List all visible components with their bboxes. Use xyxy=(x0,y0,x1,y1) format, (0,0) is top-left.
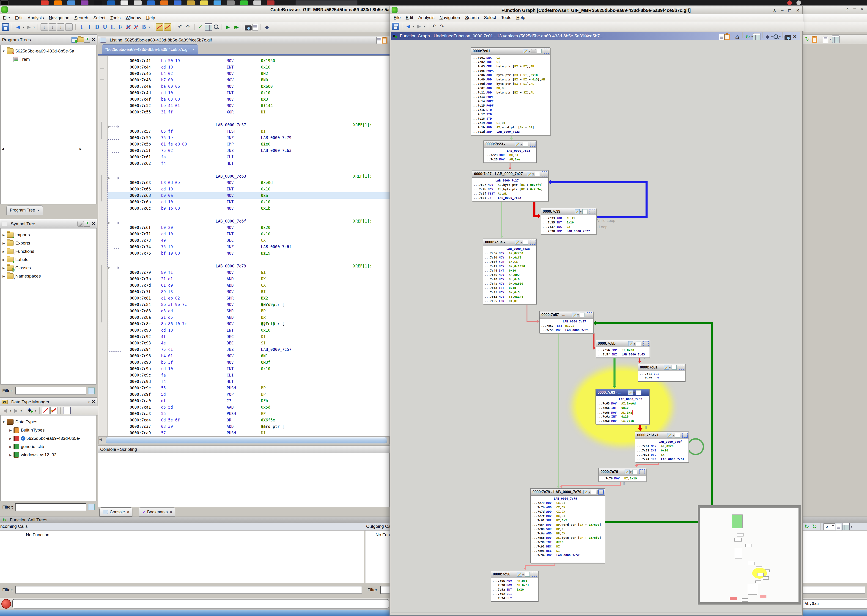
splitter-collapse-left-icon[interactable]: ◀ xyxy=(2,147,4,151)
graph-node-7c63[interactable]: 0000:7c63 - ...▾LAB_0000_7c637c63MOVAX,0… xyxy=(595,389,650,424)
sidebar-item-exports[interactable]: ▶Exports xyxy=(1,239,96,247)
tab-program-tree[interactable]: Program Tree × xyxy=(6,205,43,215)
filter-options-icon[interactable] xyxy=(88,388,95,394)
dropdown-icon[interactable]: ▾ xyxy=(424,25,425,28)
dropdown-icon[interactable]: ▾ xyxy=(23,25,24,29)
listing-instruction-row[interactable]: 0000:7ca40d 5e 6fORAX,0x6f5e xyxy=(107,417,390,423)
node-instruction[interactable]: 7c25MOVAH,0xe xyxy=(485,157,536,162)
scrollbar-thumb[interactable] xyxy=(106,437,387,443)
splitter[interactable] xyxy=(1,149,83,149)
goto-icon[interactable]: ↓ xyxy=(78,24,85,30)
listing-instruction-row[interactable]: 0000:7c934eDECSI xyxy=(107,340,390,346)
full-view-icon[interactable] xyxy=(589,209,595,214)
node-instruction[interactable]: 7c71INT0x10 xyxy=(637,448,688,453)
node-instruction[interactable]: 7c19ANDSI,DI xyxy=(472,121,550,125)
taskbar-app-icon[interactable] xyxy=(267,0,275,5)
listing-label-row[interactable]: LAB_0000_7c79XREF[1]: xyxy=(107,263,390,269)
splitter-collapse-right-icon[interactable]: ▶ xyxy=(80,147,82,151)
desktop-taskbar[interactable] xyxy=(0,0,867,5)
node-instruction[interactable]: 7c2bMOVCL,byte ptr [BX + 0x7c9e] xyxy=(474,187,548,191)
disabled-markup-icon[interactable] xyxy=(156,24,163,31)
graph-node-7c23[interactable]: 0000:7c23 - ...▾LAB_0000_7c237c23XORBX,B… xyxy=(484,140,537,163)
edit-label-icon[interactable] xyxy=(515,240,520,245)
maximize-button[interactable]: ◻ xyxy=(788,8,792,13)
menu-file[interactable]: File xyxy=(394,15,401,20)
listing-instruction-row[interactable]: 0000:7ca957PUSHDI xyxy=(107,430,390,436)
paste-icon[interactable] xyxy=(812,36,817,43)
table-icon[interactable] xyxy=(753,33,760,41)
snapshot-icon[interactable] xyxy=(245,25,251,30)
node-instruction[interactable]: 7c59JNZLAB_0000_7c79 xyxy=(541,328,593,332)
node-instruction[interactable]: 7c98MOVCH,0x3f xyxy=(492,583,538,587)
node-instruction[interactable]: 7c7fMOVBX,SI xyxy=(532,514,605,518)
layout-icon[interactable]: ◆ xyxy=(264,24,270,30)
incoming-filter-input[interactable] xyxy=(15,586,362,594)
expand-arrow-icon[interactable]: ▶ xyxy=(1,233,7,237)
taskbar-app-icon[interactable] xyxy=(54,0,62,5)
listing-label-row[interactable]: LAB_0000_7c6fXREF[1]: xyxy=(107,218,390,224)
listing-label-row[interactable]: LAB_0000_7c63XREF[1]: xyxy=(107,173,390,179)
listing-instruction-row[interactable]: 0000:7c6fb0 20MOVAL,0x20 xyxy=(107,224,390,231)
copy-icon[interactable] xyxy=(836,524,841,530)
listing-instruction-row[interactable]: 0000:7c68b0 0aMOVAL,0xa xyxy=(107,192,390,199)
node-instruction[interactable]: 7c0fADDDH,BH xyxy=(472,86,550,90)
expand-arrow-icon[interactable]: ▶ xyxy=(8,437,14,440)
download-arrow-icon[interactable]: ↓ xyxy=(41,24,48,31)
node-instruction[interactable]: 7c9dHLT xyxy=(492,596,538,600)
node-instruction[interactable]: 7c18STD xyxy=(472,116,550,121)
menu-select[interactable]: Select xyxy=(93,15,105,20)
fg-canvas[interactable]: 0000:7c01▾7c01DECCX7c02INCSI7c03CMPbyte … xyxy=(391,40,801,613)
markup-letter-icon[interactable]: B xyxy=(140,24,147,30)
disabled-markup-icon[interactable] xyxy=(164,24,171,31)
fg-toolbar[interactable]: ◀▾▶▾↶↷ xyxy=(390,22,804,31)
program-trees-panel[interactable]: ▼ ➤ 5625d5bc-ea69-433d-8b5e-5a ram ◀ ▶ xyxy=(0,45,96,204)
refresh-icon[interactable]: ↻ xyxy=(811,523,818,530)
node-instruction[interactable]: 7c79MOVCX,SI xyxy=(532,501,605,505)
program-tree-item-ram[interactable]: ram xyxy=(22,57,30,62)
shade-button[interactable]: ∧ xyxy=(773,8,776,13)
menu-select[interactable]: Select xyxy=(484,15,496,20)
shade-button[interactable]: ∧ xyxy=(846,6,849,11)
graph-node-7c5b[interactable]: 0000:7c5b▾7c5bCMPSI,0xe07c5fJNZLAB_0000_… xyxy=(596,340,650,358)
table-icon[interactable] xyxy=(205,24,212,31)
menu-edit[interactable]: Edit xyxy=(15,15,23,20)
background-color-icon[interactable] xyxy=(523,142,528,146)
incoming-calls-list[interactable]: No Function xyxy=(0,530,364,583)
fct-toolbar[interactable]: ↻↻5▾ xyxy=(801,523,853,530)
listing-instruction-row[interactable]: 0000:7c5f75 02JNZLAB_0000_7c63 xyxy=(107,147,390,154)
graph-node-7c33[interactable]: 0000:7c33▾7c33XORAL,CL7c35INT0x107c37INC… xyxy=(541,208,596,234)
listing-instruction-row[interactable]: 0000:7c7d01 c9ADDCX,CX xyxy=(107,282,390,289)
dropdown-icon[interactable]: ▾ xyxy=(33,25,35,29)
listing-instruction-row[interactable]: 0000:7c66cd 10INT0x10 xyxy=(107,186,390,192)
taskbar-app-icon[interactable] xyxy=(160,0,168,5)
taskbar-app-icon[interactable] xyxy=(187,0,195,5)
dtm-item[interactable]: ▶generic_clib xyxy=(1,443,96,451)
validate-icon[interactable]: ✓ xyxy=(197,24,204,30)
markup-letter-icon[interactable]: L xyxy=(109,24,116,30)
taskbar-app-icon[interactable] xyxy=(68,0,75,5)
node-instruction[interactable]: 7c94JNZLAB_0000_7c57 xyxy=(532,553,605,557)
fg-panel-actions[interactable]: ⌂↻▾◆▾▾× xyxy=(719,31,798,41)
graph-node-7c57[interactable]: 0000:7c57 - ...▾LAB_0000_7c577c57TESTDI,… xyxy=(539,311,594,333)
node-instruction[interactable]: 7c92DECDI xyxy=(532,544,605,548)
graph-node-7c6f[interactable]: 0000:7c6f - L...▾LAB_0000_7c6f7c6fMOVAL,… xyxy=(635,432,689,462)
node-instruction[interactable]: 7c7dADDCX,CX xyxy=(532,509,605,514)
full-view-icon[interactable] xyxy=(598,489,604,495)
background-color-icon[interactable] xyxy=(675,433,680,437)
taskbar-app-icon[interactable] xyxy=(227,0,235,5)
edit-label-icon[interactable] xyxy=(667,433,672,437)
layout-icon[interactable]: ◆ xyxy=(764,33,771,40)
paste-icon[interactable] xyxy=(724,34,730,40)
symbol-tree-filter-input[interactable] xyxy=(15,387,86,394)
search-icon[interactable] xyxy=(213,24,219,30)
markup-letter-icon[interactable]: F xyxy=(117,24,124,30)
listing-instruction-row[interactable]: 0000:7c5531 ffXORDI,DI xyxy=(107,109,390,115)
edit-label-icon[interactable] xyxy=(517,572,522,577)
full-view-icon[interactable] xyxy=(639,469,645,475)
right-strip-toolbar[interactable]: ↻▾ xyxy=(802,35,867,44)
snapshot-icon[interactable] xyxy=(785,35,792,40)
edit-icon[interactable] xyxy=(77,221,84,227)
node-instruction[interactable]: 7c3aMOVAX,0x700 xyxy=(485,251,536,255)
graph-node-7c3a[interactable]: 0000:7c3a - ...▾LAB_0000_7c3a7c3aMOVAX,0… xyxy=(483,239,537,304)
node-instruction[interactable]: 7c3fXORCX,CX xyxy=(485,260,536,264)
